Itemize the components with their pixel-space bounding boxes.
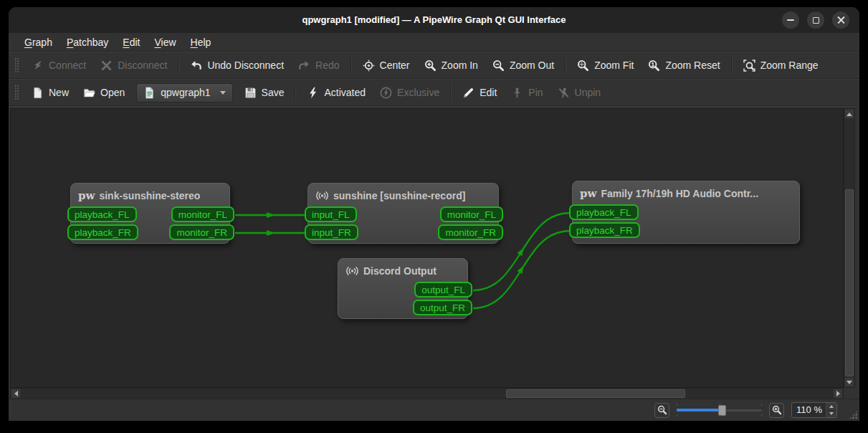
- slider-tick: [761, 404, 762, 406]
- pipewire-icon: pw: [580, 187, 596, 200]
- node-title-text: sink-sunshine-stereo: [99, 190, 200, 201]
- slider-tick: [677, 404, 677, 406]
- desktop-background: qpwgraph1 [modified] — A PipeWire Graph …: [0, 0, 868, 433]
- minimize-icon: [787, 19, 794, 21]
- port-output_FL[interactable]: output_FL: [414, 282, 472, 298]
- window-controls: [782, 11, 849, 29]
- zoom-in-icon: [424, 60, 437, 72]
- toolbar-button-label: Zoom Out: [510, 60, 554, 71]
- toolbar-zoom-range-button[interactable]: Zoom Range: [736, 55, 826, 75]
- stream-icon: [345, 265, 359, 277]
- node-title: pwFamily 17h/19h HD Audio Contr...: [573, 181, 799, 204]
- toolbar-separator: [565, 57, 566, 74]
- toolbar-disconnect-button[interactable]: Disconnect: [93, 55, 174, 75]
- zoom-reset-icon: [648, 60, 660, 72]
- toolbar-drag-handle-icon[interactable]: [14, 57, 19, 73]
- port-input_FL[interactable]: input_FL: [305, 206, 357, 222]
- arrow-right-icon: [836, 391, 840, 396]
- spin-down-button[interactable]: [826, 410, 836, 418]
- toolbar-pin-button[interactable]: Pin: [504, 82, 550, 103]
- toolbar-connect-button[interactable]: Connect: [24, 55, 93, 75]
- toolbar-zoom-in-button[interactable]: Zoom In: [417, 55, 485, 75]
- central-area: pwsink-sunshine-stereoplayback_FLmonitor…: [9, 106, 859, 399]
- spin-up-button[interactable]: [826, 403, 836, 410]
- port-row: playback_FL: [573, 204, 799, 220]
- undo-icon: [190, 60, 202, 72]
- menu-edit[interactable]: Edit: [115, 34, 147, 51]
- arrow-down-icon: [846, 381, 852, 384]
- window-resize-grip[interactable]: [849, 410, 858, 419]
- port-row: playback_FR: [573, 222, 799, 238]
- toolbar-button-label: Zoom Range: [760, 60, 819, 71]
- toolbar-drag-handle-icon[interactable]: [14, 85, 19, 100]
- toolbar-new-button[interactable]: New: [24, 82, 76, 103]
- node-discord[interactable]: Discord Outputoutput_FLoutput_FR: [338, 258, 468, 319]
- horizontal-scrollbar-thumb[interactable]: [506, 389, 685, 398]
- toolbar-button-label: Open: [100, 87, 125, 98]
- statusbar-zoom-out-button[interactable]: [654, 403, 669, 418]
- maximize-button[interactable]: [807, 11, 824, 29]
- node-sunshine[interactable]: sunshine [sunshine-record]input_FLmonito…: [307, 183, 499, 244]
- port-playback_FL[interactable]: playback_FL: [67, 206, 137, 222]
- zoom-in-icon: [772, 405, 782, 415]
- statusbar-zoom-in-button[interactable]: [769, 403, 784, 418]
- port-input_FR[interactable]: input_FR: [305, 224, 358, 240]
- toolbar-redo-button[interactable]: Redo: [291, 55, 346, 75]
- window-title: qpwgraph1 [modified] — A PipeWire Graph …: [9, 7, 859, 33]
- toolbar-separator: [295, 84, 296, 101]
- zoom-spinbox[interactable]: 110 %: [791, 402, 837, 418]
- vertical-scrollbar-thumb[interactable]: [845, 189, 854, 376]
- close-button[interactable]: [832, 11, 849, 29]
- toolbar-center-button[interactable]: Center: [356, 55, 417, 75]
- slider-tick: [720, 414, 720, 417]
- node-ports: output_FLoutput_FR: [338, 282, 467, 315]
- toolbar-button-label: Pin: [528, 87, 543, 98]
- new-icon: [32, 87, 44, 99]
- toolbar-edit-button[interactable]: Edit: [455, 82, 504, 103]
- titlebar[interactable]: qpwgraph1 [modified] — A PipeWire Graph …: [9, 7, 859, 33]
- link-arrow-icon: [267, 230, 275, 236]
- save-icon: [244, 87, 257, 99]
- scroll-down-button[interactable]: [844, 377, 854, 387]
- toolbar-button-label: Redo: [315, 60, 339, 71]
- toolbar-zoom-out-button[interactable]: Zoom Out: [485, 55, 561, 75]
- port-row: input_FLmonitor_FL: [308, 206, 498, 222]
- port-playback_FR[interactable]: playback_FR: [569, 222, 640, 238]
- vertical-scrollbar[interactable]: [844, 108, 855, 388]
- toolbar-activated-button[interactable]: Activated: [300, 82, 373, 103]
- toolbar-exclusive-button[interactable]: Exclusive: [373, 82, 447, 103]
- horizontal-scrollbar[interactable]: [10, 388, 844, 399]
- toolbar-open-button[interactable]: Open: [76, 82, 132, 103]
- menu-help[interactable]: Help: [183, 34, 219, 51]
- toolbar-unpin-button[interactable]: Unpin: [550, 82, 609, 103]
- toolbar-button-label: Edit: [480, 87, 497, 98]
- toolbar-zoom-fit-button[interactable]: Zoom Fit: [570, 55, 641, 75]
- minimize-button[interactable]: [782, 11, 799, 29]
- port-monitor_FR[interactable]: monitor_FR: [169, 224, 234, 240]
- scroll-up-button[interactable]: [844, 109, 854, 119]
- menu-view[interactable]: View: [147, 34, 183, 51]
- port-playback_FR[interactable]: playback_FR: [67, 224, 138, 240]
- node-sink[interactable]: pwsink-sunshine-stereoplayback_FLmonitor…: [70, 183, 230, 244]
- toolbar-qpwgraph1-combo[interactable]: qpwgraph1: [136, 83, 232, 103]
- menu-graph[interactable]: Graph: [17, 34, 59, 51]
- toolbar-undo-disconnect-button[interactable]: Undo Disconnect: [183, 55, 291, 75]
- scroll-right-button[interactable]: [833, 389, 843, 399]
- patchbay-file-icon: [143, 87, 156, 99]
- link-arrow-icon: [267, 212, 275, 218]
- menu-patchbay[interactable]: Patchbay: [59, 34, 115, 51]
- graph-canvas[interactable]: pwsink-sunshine-stereoplayback_FLmonitor…: [10, 108, 844, 388]
- zoom-slider[interactable]: [677, 404, 762, 417]
- scroll-left-button[interactable]: [11, 389, 21, 399]
- port-output_FR[interactable]: output_FR: [413, 300, 472, 315]
- toolbar-save-button[interactable]: Save: [237, 82, 292, 103]
- port-monitor_FL[interactable]: monitor_FL: [171, 206, 234, 222]
- zoom-slider-fill: [677, 409, 719, 411]
- node-family[interactable]: pwFamily 17h/19h HD Audio Contr...playba…: [572, 181, 800, 244]
- arrow-up-icon: [846, 113, 852, 116]
- port-monitor_FR[interactable]: monitor_FR: [438, 224, 503, 240]
- zoom-value: 110 %: [792, 403, 826, 417]
- toolbar-zoom-reset-button[interactable]: Zoom Reset: [641, 55, 727, 75]
- port-playback_FL[interactable]: playback_FL: [569, 204, 639, 220]
- port-monitor_FL[interactable]: monitor_FL: [440, 206, 503, 222]
